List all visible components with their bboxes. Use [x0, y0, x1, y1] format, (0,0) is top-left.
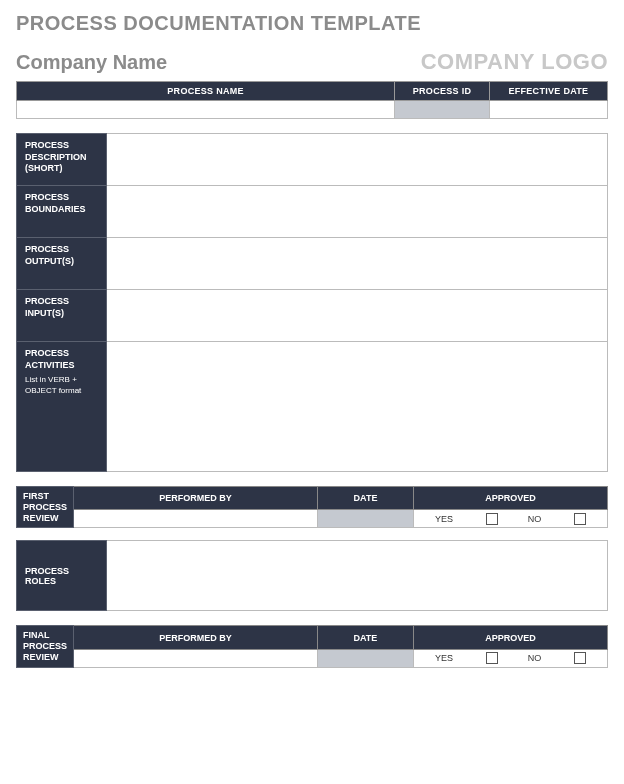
process-info-table: PROCESS NAME PROCESS ID EFFECTIVE DATE [16, 81, 608, 119]
effective-date-field[interactable] [489, 101, 607, 119]
first-no-label: NO [528, 514, 542, 524]
first-review-label: FIRST PROCESS REVIEW [17, 487, 74, 528]
document-title: PROCESS DOCUMENTATION TEMPLATE [16, 12, 608, 35]
final-yes-checkbox[interactable] [486, 652, 498, 664]
final-yes-label: YES [435, 653, 453, 663]
first-date-field[interactable] [317, 510, 413, 528]
process-boundaries-label: PROCESS BOUNDARIES [17, 186, 107, 238]
process-id-field[interactable] [395, 101, 490, 119]
final-performed-by-field[interactable] [74, 649, 318, 667]
process-id-header: PROCESS ID [395, 82, 490, 101]
activities-heading: PROCESS ACTIVITIES [25, 348, 75, 370]
process-description-field[interactable] [107, 134, 608, 186]
process-activities-field[interactable] [107, 342, 608, 472]
process-name-header: PROCESS NAME [17, 82, 395, 101]
company-logo: COMPANY LOGO [421, 49, 608, 75]
process-roles-table: PROCESS ROLES [16, 540, 608, 611]
final-review-label: FINAL PROCESS REVIEW [17, 626, 74, 667]
final-no-checkbox[interactable] [574, 652, 586, 664]
process-inputs-label: PROCESS INPUT(S) [17, 290, 107, 342]
final-review-table: FINAL PROCESS REVIEW PERFORMED BY DATE A… [16, 625, 608, 667]
date-header: DATE [317, 487, 413, 510]
company-header: Company Name COMPANY LOGO [16, 49, 608, 75]
process-name-field[interactable] [17, 101, 395, 119]
first-approved-cell: YES NO [414, 510, 608, 528]
company-name: Company Name [16, 51, 167, 74]
process-details-table: PROCESS DESCRIPTION (SHORT) PROCESS BOUN… [16, 133, 608, 472]
final-performed-by-header: PERFORMED BY [74, 626, 318, 649]
activities-note: List in VERB + OBJECT format [25, 375, 98, 396]
first-yes-label: YES [435, 514, 453, 524]
final-date-field[interactable] [317, 649, 413, 667]
final-approved-cell: YES NO [414, 649, 608, 667]
final-no-label: NO [528, 653, 542, 663]
process-roles-label: PROCESS ROLES [17, 541, 107, 611]
approved-header: APPROVED [414, 487, 608, 510]
first-no-checkbox[interactable] [574, 513, 586, 525]
process-outputs-label: PROCESS OUTPUT(S) [17, 238, 107, 290]
first-review-table: FIRST PROCESS REVIEW PERFORMED BY DATE A… [16, 486, 608, 528]
process-activities-label: PROCESS ACTIVITIES List in VERB + OBJECT… [17, 342, 107, 472]
process-description-label: PROCESS DESCRIPTION (SHORT) [17, 134, 107, 186]
process-outputs-field[interactable] [107, 238, 608, 290]
process-boundaries-field[interactable] [107, 186, 608, 238]
process-roles-field[interactable] [107, 541, 608, 611]
first-performed-by-field[interactable] [74, 510, 318, 528]
first-yes-checkbox[interactable] [486, 513, 498, 525]
final-approved-header: APPROVED [414, 626, 608, 649]
effective-date-header: EFFECTIVE DATE [489, 82, 607, 101]
performed-by-header: PERFORMED BY [74, 487, 318, 510]
process-inputs-field[interactable] [107, 290, 608, 342]
final-date-header: DATE [317, 626, 413, 649]
